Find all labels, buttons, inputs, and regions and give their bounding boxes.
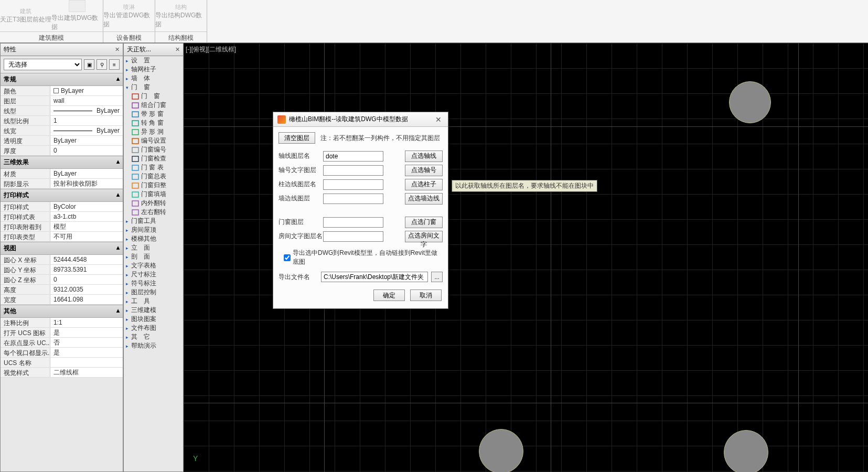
tool-item[interactable]: 门窗归整 bbox=[124, 181, 183, 190]
ribbon-button[interactable]: 导出建筑DWG数据 bbox=[51, 0, 103, 31]
property-value[interactable]: ByLayer bbox=[50, 136, 123, 145]
export-link-checkbox[interactable] bbox=[284, 254, 291, 261]
close-icon[interactable]: ✕ bbox=[175, 46, 180, 53]
layer-name-input[interactable] bbox=[323, 151, 383, 162]
layer-name-input[interactable] bbox=[323, 231, 383, 242]
browse-button[interactable]: ... bbox=[431, 272, 443, 282]
property-value[interactable] bbox=[50, 358, 123, 367]
tool-item[interactable]: ▸图块图案 bbox=[124, 315, 183, 324]
drawing-circle[interactable] bbox=[724, 430, 768, 472]
tool-item[interactable]: 带 形 窗 bbox=[124, 110, 183, 119]
property-row[interactable]: 打印样式表a3-1.ctb bbox=[1, 212, 123, 222]
property-value[interactable]: 是 bbox=[50, 328, 123, 337]
drawing-canvas[interactable]: [-][俯视][二维线框] Y 以此获取轴线所在图层名，要求轴线不能在图块中 橄… bbox=[184, 43, 868, 472]
pick-layer-button[interactable]: 点选轴号 bbox=[405, 165, 443, 176]
property-row[interactable]: UCS 名称 bbox=[1, 358, 123, 368]
tool-item[interactable]: ▸墙 体 bbox=[124, 74, 183, 83]
property-row[interactable]: 圆心 Z 坐标0 bbox=[1, 275, 123, 285]
tool-item[interactable]: 组合门窗 bbox=[124, 101, 183, 110]
property-value[interactable]: wall bbox=[50, 96, 123, 105]
property-row[interactable]: 每个视口都显示...是 bbox=[1, 348, 123, 358]
selection-dropdown[interactable]: 无选择 bbox=[4, 59, 82, 70]
view-label[interactable]: [-][俯视][二维线框] bbox=[186, 45, 236, 54]
tool-item[interactable]: ▸设 置 bbox=[124, 56, 183, 65]
property-row[interactable]: 厚度0 bbox=[1, 146, 123, 156]
property-row[interactable]: 打开 UCS 图标是 bbox=[1, 328, 123, 338]
property-section-header[interactable]: 三维效果▴ bbox=[1, 156, 123, 169]
property-value[interactable]: 投射和接收阴影 bbox=[50, 179, 123, 188]
property-value[interactable]: 否 bbox=[50, 338, 123, 347]
property-value[interactable]: 1:1 bbox=[50, 318, 123, 327]
tool-item[interactable]: ▸图层控制 bbox=[124, 288, 183, 297]
layer-name-input[interactable] bbox=[323, 217, 383, 228]
property-value[interactable]: 89733.5391 bbox=[50, 265, 123, 274]
property-value[interactable]: 0 bbox=[50, 275, 123, 284]
property-row[interactable]: 圆心 X 坐标52444.4548 bbox=[1, 255, 123, 265]
tool-item[interactable]: 门窗总表 bbox=[124, 172, 183, 181]
tool-item[interactable]: ▸立 面 bbox=[124, 243, 183, 252]
tool-item[interactable]: 内外翻转 bbox=[124, 199, 183, 208]
property-row[interactable]: 打印样式ByColor bbox=[1, 202, 123, 212]
tool-item[interactable]: ▸文件布图 bbox=[124, 324, 183, 332]
tool-item[interactable]: ▸三维建模 bbox=[124, 306, 183, 315]
dialog-titlebar[interactable]: 橄榄山BIM翻模--读取建筑DWG中模型数据 ✕ bbox=[273, 112, 448, 127]
properties-header[interactable]: 特性 ✕ bbox=[1, 44, 123, 56]
property-row[interactable]: 打印表类型不可用 bbox=[1, 232, 123, 242]
property-row[interactable]: 在原点显示 UC...否 bbox=[1, 338, 123, 348]
property-row[interactable]: 颜色ByLayer bbox=[1, 86, 123, 96]
property-row[interactable]: 注释比例1:1 bbox=[1, 318, 123, 328]
cancel-button[interactable]: 取消 bbox=[410, 289, 442, 301]
drawing-circle[interactable] bbox=[729, 81, 771, 123]
tool-item[interactable]: ▸轴网柱子 bbox=[124, 65, 183, 74]
tool-item[interactable]: ▾门 窗 bbox=[124, 83, 183, 92]
property-row[interactable]: 透明度ByLayer bbox=[1, 136, 123, 146]
ribbon-button[interactable]: 建筑天正T3图层前处理 bbox=[0, 0, 51, 31]
toggle-pip-button[interactable]: ▣ bbox=[84, 59, 94, 70]
tool-item[interactable]: 门 窗 bbox=[124, 92, 183, 101]
layer-name-input[interactable] bbox=[323, 179, 383, 190]
tool-item[interactable]: 门窗填墙 bbox=[124, 190, 183, 199]
property-row[interactable]: 线宽ByLayer bbox=[1, 126, 123, 136]
property-row[interactable]: 图层wall bbox=[1, 96, 123, 106]
pick-layer-button[interactable]: 点选门窗 bbox=[405, 217, 443, 228]
property-value[interactable]: ByLayer bbox=[50, 169, 123, 178]
pick-layer-button[interactable]: 点选墙边线 bbox=[405, 193, 443, 205]
pick-layer-button[interactable]: 点选轴线 bbox=[405, 151, 443, 162]
property-section-header[interactable]: 打印样式▴ bbox=[1, 189, 123, 202]
tool-panel-header[interactable]: 天正软... ✕ bbox=[124, 44, 183, 56]
property-value[interactable]: 1 bbox=[50, 116, 123, 125]
tool-item[interactable]: 门 窗 表 bbox=[124, 163, 183, 172]
pick-layer-button[interactable]: 点选柱子 bbox=[405, 179, 443, 190]
property-value[interactable]: 52444.4548 bbox=[50, 255, 123, 264]
property-row[interactable]: 宽度16641.098 bbox=[1, 295, 123, 305]
tool-item[interactable]: ▸文字表格 bbox=[124, 261, 183, 270]
tool-item[interactable]: ▸尺寸标注 bbox=[124, 270, 183, 279]
ribbon-button[interactable]: 喷淋导出管道DWG数据 bbox=[103, 0, 155, 31]
property-row[interactable]: 线型比例1 bbox=[1, 116, 123, 126]
tool-item[interactable]: 异 形 洞 bbox=[124, 127, 183, 136]
clear-layers-button[interactable]: 清空图层 bbox=[278, 132, 315, 144]
property-value[interactable]: a3-1.ctb bbox=[50, 212, 123, 221]
property-value[interactable]: 0 bbox=[50, 146, 123, 155]
tool-item[interactable]: ▸符号标注 bbox=[124, 279, 183, 288]
drawing-circle[interactable] bbox=[479, 429, 523, 472]
tool-item[interactable]: 门窗检查 bbox=[124, 154, 183, 163]
quick-select-button[interactable]: ⚲ bbox=[97, 59, 107, 70]
property-value[interactable]: 二维线框 bbox=[50, 368, 123, 377]
ribbon-button[interactable]: 结构导出结构DWG数据 bbox=[155, 0, 207, 31]
tool-item[interactable]: ▸帮助演示 bbox=[124, 341, 183, 350]
property-value[interactable]: 是 bbox=[50, 348, 123, 357]
property-value[interactable]: 不可用 bbox=[50, 232, 123, 241]
property-value[interactable]: 9312.0035 bbox=[50, 285, 123, 294]
tool-item[interactable]: ▸工 具 bbox=[124, 297, 183, 306]
layer-name-input[interactable] bbox=[323, 194, 383, 204]
property-row[interactable]: 圆心 Y 坐标89733.5391 bbox=[1, 265, 123, 275]
pick-layer-button[interactable]: 点选房间文字 bbox=[405, 231, 443, 242]
property-row[interactable]: 材质ByLayer bbox=[1, 169, 123, 179]
property-value[interactable]: ByColor bbox=[50, 202, 123, 211]
property-row[interactable]: 线型ByLayer bbox=[1, 106, 123, 116]
property-value[interactable]: 模型 bbox=[50, 222, 123, 231]
property-row[interactable]: 视觉样式二维线框 bbox=[1, 368, 123, 378]
tool-item[interactable]: 编号设置 bbox=[124, 136, 183, 145]
layer-name-input[interactable] bbox=[323, 165, 383, 176]
